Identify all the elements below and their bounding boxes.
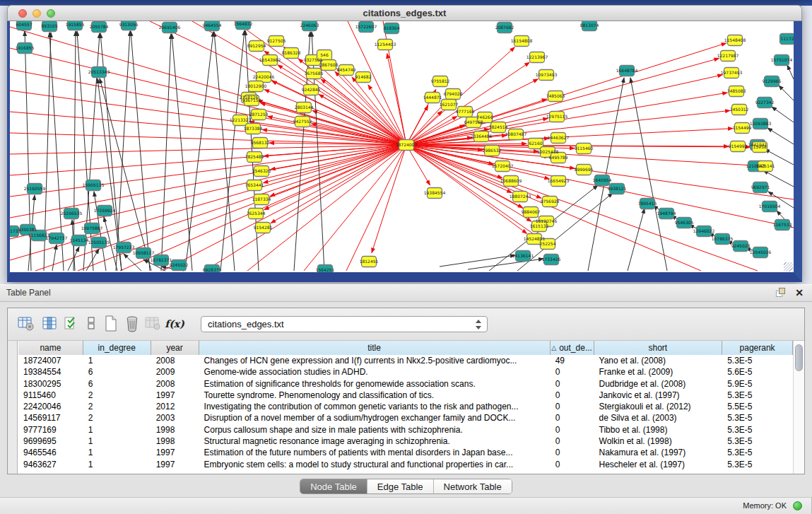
table-cell[interactable]: 18300295 bbox=[18, 378, 83, 390]
table-cell[interactable]: 9777169 bbox=[18, 424, 83, 436]
table-cell[interactable]: 5.3E-5 bbox=[722, 412, 793, 424]
table-cell[interactable]: 0 bbox=[551, 366, 594, 378]
table-cell[interactable]: Dudbridge et al. (2008) bbox=[594, 378, 723, 390]
clear-selection-icon[interactable] bbox=[81, 314, 101, 334]
import-table-icon[interactable] bbox=[143, 314, 163, 334]
function-builder-icon[interactable]: f(x) bbox=[165, 314, 184, 334]
table-cell[interactable]: 0 bbox=[551, 401, 594, 412]
table-cell[interactable]: Tibbo et al. (1998) bbox=[594, 424, 723, 436]
table-cell[interactable]: Investigating the contribution of common… bbox=[199, 401, 551, 412]
column-select-icon[interactable] bbox=[40, 314, 60, 334]
table-cell[interactable]: Nakamura et al. (1997) bbox=[594, 447, 723, 458]
table-cell[interactable]: 2 bbox=[83, 390, 151, 401]
column-header-short[interactable]: short bbox=[594, 341, 723, 355]
table-cell[interactable]: 5.6E-5 bbox=[722, 366, 793, 378]
new-table-icon[interactable] bbox=[101, 314, 121, 334]
table-cell[interactable]: 1997 bbox=[151, 447, 199, 458]
table-cell[interactable]: 5.5E-5 bbox=[722, 401, 793, 412]
table-cell[interactable]: 1 bbox=[83, 436, 151, 447]
table-cell[interactable]: 1 bbox=[83, 355, 151, 366]
table-cell[interactable]: 22420046 bbox=[18, 401, 83, 412]
tab-edge-table[interactable]: Edge Table bbox=[367, 479, 434, 493]
table-cell[interactable]: 1 bbox=[83, 459, 151, 470]
table-cell[interactable]: 49 bbox=[551, 355, 594, 366]
table-cell[interactable]: 5.3E-5 bbox=[722, 355, 793, 366]
table-cell[interactable]: 6 bbox=[83, 378, 151, 390]
table-cell[interactable]: 2008 bbox=[151, 378, 199, 390]
column-header-out-de-[interactable]: △out_de... bbox=[551, 341, 594, 355]
tab-node-table[interactable]: Node Table bbox=[300, 479, 367, 493]
delete-table-icon[interactable] bbox=[122, 314, 142, 334]
table-row[interactable]: 1456911722003Disruption of a novel membe… bbox=[18, 412, 793, 424]
table-cell[interactable]: 1 bbox=[83, 447, 151, 458]
table-cell[interactable]: 1 bbox=[83, 424, 151, 436]
table-cell[interactable]: 2009 bbox=[151, 366, 199, 378]
table-row[interactable]: 946554611997Estimation of the future num… bbox=[18, 447, 793, 458]
table-row[interactable]: 2242004622012Investigating the contribut… bbox=[18, 401, 793, 412]
table-cell[interactable]: Wolkin et al. (1998) bbox=[594, 436, 723, 447]
table-cell[interactable]: 14569117 bbox=[18, 412, 83, 424]
table-cell[interactable]: Embryonic stem cells: a model to study s… bbox=[199, 459, 551, 470]
column-header-in-degree[interactable]: in_degree bbox=[83, 341, 151, 355]
citation-network-graph[interactable]: 6045578931051915855205578493130562069140… bbox=[10, 21, 794, 272]
table-cell[interactable]: 0 bbox=[551, 459, 594, 470]
table-cell[interactable]: 1998 bbox=[151, 424, 199, 436]
table-cell[interactable]: 0 bbox=[551, 436, 594, 447]
resize-grip[interactable] bbox=[784, 262, 793, 271]
table-row[interactable]: 946362711997Embryonic stem cells: a mode… bbox=[18, 459, 793, 470]
table-row[interactable]: 1830029562008Estimation of significance … bbox=[18, 378, 793, 390]
table-cell[interactable]: 0 bbox=[551, 447, 594, 458]
table-cell[interactable]: 5.3E-5 bbox=[722, 390, 793, 401]
close-panel-icon[interactable]: ✕ bbox=[795, 287, 804, 298]
table-cell[interactable]: 2 bbox=[83, 401, 151, 412]
table-cell[interactable]: 5.3E-5 bbox=[722, 436, 793, 447]
table-cell[interactable]: 0 bbox=[551, 390, 594, 401]
table-cell[interactable]: Corpus callosum shape and size in male p… bbox=[199, 424, 551, 436]
table-cell[interactable]: 2 bbox=[83, 412, 151, 424]
table-cell[interactable]: 9463627 bbox=[18, 459, 83, 470]
table-cell[interactable]: 18724007 bbox=[18, 355, 83, 366]
table-cell[interactable]: 2012 bbox=[151, 401, 199, 412]
table-cell[interactable]: 5.3E-5 bbox=[722, 424, 793, 436]
table-cell[interactable]: 5.3E-5 bbox=[722, 459, 793, 470]
table-scrollbar[interactable] bbox=[793, 341, 804, 474]
table-cell[interactable]: Disruption of a novel member of a sodium… bbox=[199, 412, 551, 424]
table-cell[interactable]: 1997 bbox=[151, 459, 199, 470]
table-cell[interactable]: 0 bbox=[551, 378, 594, 390]
table-cell[interactable]: Yano et al. (2008) bbox=[594, 355, 723, 366]
table-row[interactable]: 911546021997Tourette syndrome. Phenomeno… bbox=[18, 390, 793, 401]
column-header-pagerank[interactable]: pagerank bbox=[722, 341, 793, 355]
table-cell[interactable]: Franke et al. (2009) bbox=[594, 366, 723, 378]
table-cell[interactable]: Hescheler et al. (1997) bbox=[594, 459, 723, 470]
column-header-year[interactable]: year bbox=[151, 341, 199, 355]
table-row[interactable]: 1872400712008Changes of HCN gene express… bbox=[18, 355, 793, 366]
table-cell[interactable]: 9699695 bbox=[18, 436, 83, 447]
table-cell[interactable]: 5.3E-5 bbox=[722, 447, 793, 458]
table-cell[interactable]: Tourette syndrome. Phenomenology and cla… bbox=[199, 390, 551, 401]
table-cell[interactable]: 9115460 bbox=[18, 390, 83, 401]
table-cell[interactable]: Structural magnetic resonance image aver… bbox=[199, 436, 551, 447]
table-cell[interactable]: 0 bbox=[551, 412, 594, 424]
network-canvas[interactable]: 6045578931051915855205578493130562069140… bbox=[10, 21, 794, 272]
table-cell[interactable]: 5.9E-5 bbox=[722, 378, 793, 390]
table-cell[interactable]: Stergiakouli et al. (2012) bbox=[594, 401, 723, 412]
table-cell[interactable]: Jankovic et al. (1997) bbox=[594, 390, 723, 401]
table-selector-dropdown[interactable]: citations_edges.txt bbox=[201, 316, 488, 332]
table-row[interactable]: 969969511998Structural magnetic resonanc… bbox=[18, 436, 793, 447]
table-row[interactable]: 977716911998Corpus callosum shape and si… bbox=[18, 424, 793, 436]
table-cell[interactable]: de Silva et al. (2003) bbox=[594, 412, 723, 424]
table-cell[interactable]: 2008 bbox=[151, 355, 199, 366]
table-row[interactable]: 1938455462009Genome-wide association stu… bbox=[18, 366, 793, 378]
table-cell[interactable]: 1998 bbox=[151, 436, 199, 447]
scrollbar-thumb[interactable] bbox=[795, 344, 803, 371]
table-cell[interactable]: 2003 bbox=[151, 412, 199, 424]
table-settings-icon[interactable] bbox=[16, 314, 36, 334]
table-cell[interactable]: 1997 bbox=[151, 390, 199, 401]
tab-network-table[interactable]: Network Table bbox=[434, 479, 512, 493]
table-cell[interactable]: Estimation of significance thresholds fo… bbox=[199, 378, 551, 390]
network-window-titlebar[interactable]: citations_edges.txt bbox=[7, 5, 802, 21]
column-header-title[interactable]: title bbox=[199, 341, 551, 355]
table-cell[interactable]: Genome-wide association studies in ADHD. bbox=[199, 366, 551, 378]
column-header-name[interactable]: name bbox=[18, 341, 83, 355]
table-cell[interactable]: 0 bbox=[551, 424, 594, 436]
